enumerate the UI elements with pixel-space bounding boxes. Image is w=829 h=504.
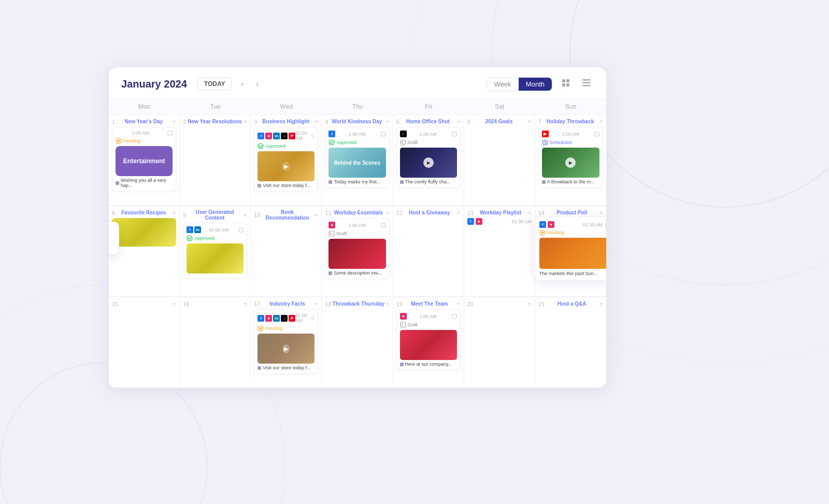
cell-title-4[interactable]: World Kindness Day [328, 119, 385, 124]
cal-cell-15: 15 + [109, 297, 180, 388]
pi-icon-17: P [289, 315, 295, 322]
calendar-container: January 2024 TODAY ‹ › Week Month Mo [109, 67, 606, 388]
svg-rect-26 [329, 231, 334, 236]
cell-title-10[interactable]: Book Recommendation [261, 209, 315, 221]
cell-title-18[interactable]: Throwback Thursday [332, 301, 385, 307]
cell-add-9[interactable]: + [244, 212, 248, 219]
cell-add-10[interactable]: + [315, 212, 319, 219]
grid-icon-button[interactable] [559, 77, 573, 91]
cell-add-6[interactable]: + [527, 118, 532, 125]
view-toggle: Week Month [487, 77, 552, 91]
post-img-11 [328, 239, 385, 269]
post-caption-7: A throwback to the m... [542, 179, 599, 184]
play-icon-7: ▶ [565, 157, 576, 168]
post-card-11[interactable]: ● 1:00 AM Draft Some description insi... [325, 218, 389, 279]
week-view-button[interactable]: Week [487, 78, 519, 91]
cell-title-1[interactable]: New Year's Day [115, 119, 172, 124]
cell-num-19: 19 [396, 301, 403, 307]
cell-title-17[interactable]: Industry Facts [261, 301, 315, 307]
cell-title-11[interactable]: Workday Essentials [332, 210, 385, 215]
day-header-wed: Wed [251, 99, 322, 114]
post-status-9: Approved [187, 235, 244, 241]
cell-add-8[interactable]: + [173, 209, 177, 216]
day-header-sat: Sat [464, 99, 535, 114]
post-card-4[interactable]: f 1:00 AM Approved Behind the Scenes Tod… [325, 127, 389, 188]
cell-title-19[interactable]: Meet The Team [403, 301, 456, 307]
post-status-5: Draft [400, 139, 457, 146]
day-header-sun: Sun [535, 99, 606, 114]
post-card-3[interactable]: f ● in ♪ P 01:00 AM Approved ▶ [254, 127, 318, 192]
cell-add-5[interactable]: + [456, 118, 461, 125]
cell-add-3[interactable]: + [315, 118, 319, 125]
cell-title-8[interactable]: Favourite Recipes [115, 210, 172, 215]
post-status-11: Draft [328, 231, 385, 237]
cell-title-3[interactable]: Business Highlight [257, 119, 314, 124]
post-caption-exp: The markets this past Sun... [539, 271, 606, 276]
cell-add-12[interactable]: + [456, 209, 461, 216]
next-month-button[interactable]: › [253, 79, 262, 89]
cell-title-21[interactable]: Host a Q&A [545, 301, 599, 307]
cell-add-4[interactable]: + [385, 118, 390, 125]
list-icon-button[interactable] [579, 77, 594, 91]
fb-icon-17: f [258, 315, 264, 322]
post-card-7[interactable]: ▶ 1:00 AM Scheduled ▶ A throwback to the… [538, 127, 603, 188]
post-card-17[interactable]: f ● in ♪ P 01:00 AM Pending ▶ [254, 309, 318, 374]
cell-title-5[interactable]: Home Office Shot [399, 119, 456, 124]
cell-num-14: 14 [538, 210, 545, 216]
cell-add-13[interactable]: + [527, 209, 532, 216]
post-caption-5: The comfy fluffy cha... [400, 179, 457, 184]
calendar-title: January 2024 [121, 78, 187, 90]
today-button[interactable]: TODAY [197, 78, 232, 90]
post-caption-4: Today marks my first... [328, 179, 385, 184]
svg-rect-11 [582, 85, 591, 87]
cell-title-12[interactable]: Host a Giveaway [403, 210, 456, 215]
social-icons-3: f ● in ♪ P [258, 133, 295, 139]
cell-add-11[interactable]: + [385, 209, 390, 216]
cell-add-21[interactable]: + [599, 300, 603, 307]
cell-title-7[interactable]: Holiday Throwback [541, 119, 599, 124]
in-icon-19: ● [400, 313, 407, 320]
cell-title-13[interactable]: Workday Playlist [474, 210, 527, 215]
cell-title-6[interactable]: 2024 Goals [470, 119, 527, 124]
post-img-exp [539, 238, 606, 269]
social-icons-17: f ● in ♪ P [258, 315, 295, 322]
cell-title-2[interactable]: New Year Resolutions [186, 119, 243, 124]
post-card-19[interactable]: ● 1:00 AM Draft Here at our company... [396, 309, 461, 370]
cell-add-19[interactable]: + [456, 300, 461, 307]
post-card-1[interactable]: 1:00 AM Pending Entertainment Wishing yo… [112, 127, 176, 192]
social-icons-5: ♪ [400, 131, 407, 137]
cell-add-17[interactable]: + [315, 300, 319, 307]
in-icon-13: ● [476, 218, 482, 225]
cell-add-14[interactable]: + [599, 209, 603, 216]
month-view-button[interactable]: Month [519, 78, 552, 91]
svg-point-14 [118, 140, 120, 142]
cell-add-16[interactable]: + [244, 300, 248, 307]
post-card-5[interactable]: ♪ 1:00 AM Draft ▶ The comfy fluffy cha..… [396, 127, 461, 188]
svg-rect-8 [566, 83, 569, 87]
svg-rect-25 [381, 223, 385, 227]
svg-point-20 [401, 140, 406, 145]
tt-icon-5: ♪ [400, 131, 407, 137]
post-status-19: Draft [400, 322, 457, 328]
cell-add-1[interactable]: + [173, 118, 177, 125]
cell-add-20[interactable]: + [527, 300, 532, 307]
expanded-card-13[interactable]: f ● 01:00 AM Pending The markets this pa… [535, 217, 606, 281]
pi-icon: P [289, 133, 295, 139]
fb-icon-13: f [467, 218, 474, 225]
prev-month-button[interactable]: ‹ [238, 79, 247, 89]
cell-add-2[interactable]: + [244, 118, 248, 125]
post-card-9[interactable]: f in 01:00 AM Approved [183, 223, 247, 279]
post-status-exp: Pending [539, 229, 606, 236]
cell-title-9[interactable]: User Generated Content [186, 209, 243, 221]
cell-add-7[interactable]: + [599, 118, 603, 125]
week-row-3: 15 + 16 + 17 Industry Facts + [109, 297, 606, 388]
calendar-header: January 2024 TODAY ‹ › Week Month [109, 67, 606, 99]
svg-rect-9 [582, 79, 591, 81]
in-icon-11: ● [328, 222, 335, 228]
social-icons-7: ▶ [542, 131, 549, 137]
cell-add-15[interactable]: + [173, 300, 177, 307]
cal-cell-21: 21 Host a Q&A + [535, 297, 606, 388]
cal-cell-16: 16 + [180, 297, 251, 388]
cell-add-18[interactable]: + [385, 300, 390, 307]
cell-title-14[interactable]: Product Poll [545, 210, 599, 215]
